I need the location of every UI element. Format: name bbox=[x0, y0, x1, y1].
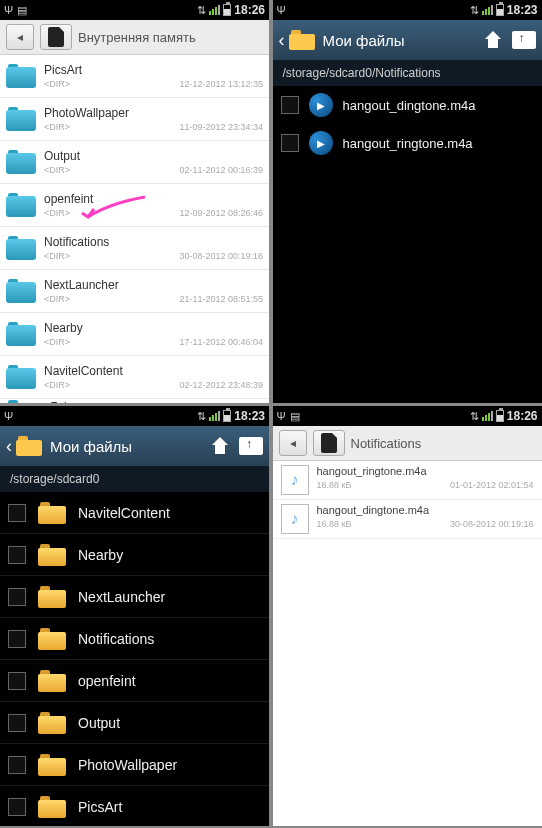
usb-icon: Ψ bbox=[4, 411, 13, 422]
music-note-icon bbox=[281, 504, 309, 534]
app-title: Мои файлы bbox=[50, 438, 132, 455]
file-name: hangout_ringtone.m4a bbox=[343, 136, 473, 151]
path-bar[interactable]: /storage/sdcard0 bbox=[0, 466, 269, 492]
folder-icon bbox=[6, 322, 36, 346]
list-item[interactable]: Output bbox=[0, 702, 269, 744]
folder-icon bbox=[6, 236, 36, 260]
item-ts: 11-09-2012 23:34:34 bbox=[179, 122, 263, 132]
item-name: PicsArt bbox=[78, 799, 122, 815]
file-ts: 01-01-2012 02:01:54 bbox=[450, 480, 534, 490]
list-item[interactable]: openfeint<DIR>12-09-2012 08:26:46 bbox=[0, 184, 269, 227]
item-name: Notifications bbox=[78, 631, 154, 647]
usb-icon: Ψ bbox=[277, 5, 286, 16]
status-bar: Ψ ⇅ 18:23 bbox=[0, 406, 269, 426]
list-item[interactable]: openfeint bbox=[0, 660, 269, 702]
checkbox[interactable] bbox=[8, 504, 26, 522]
item-name: PicsArt bbox=[44, 63, 263, 77]
checkbox[interactable] bbox=[281, 96, 299, 114]
home-button[interactable] bbox=[209, 437, 231, 455]
folder-icon bbox=[38, 670, 66, 692]
usb-icon: Ψ bbox=[4, 5, 13, 16]
list-item[interactable]: NavitelContent<DIR>02-12-2012 23:48:39 bbox=[0, 356, 269, 399]
item-dir: <DIR> bbox=[44, 337, 70, 347]
folder-list[interactable]: NavitelContent Nearby NextLauncher Notif… bbox=[0, 492, 269, 826]
item-dir: <DIR> bbox=[44, 79, 70, 89]
list-item[interactable]: hangout_ringtone.m4a bbox=[273, 124, 542, 162]
item-dir: <DIR> bbox=[44, 165, 70, 175]
folder-icon bbox=[6, 150, 36, 174]
list-item[interactable]: PhotoWallpaper<DIR>11-09-2012 23:34:34 bbox=[0, 98, 269, 141]
path-bar[interactable]: /storage/sdcard0/Notifications bbox=[273, 60, 542, 86]
item-ts: 17-11-2012 00:46:04 bbox=[179, 337, 263, 347]
music-note-icon bbox=[281, 465, 309, 495]
checkbox[interactable] bbox=[8, 756, 26, 774]
item-dir: <DIR> bbox=[44, 251, 70, 261]
list-item[interactable]: hangout_dingtone.m4a 16.88 кБ30-08-2012 … bbox=[273, 500, 542, 539]
checkbox[interactable] bbox=[281, 134, 299, 152]
status-time: 18:26 bbox=[234, 3, 265, 17]
list-item[interactable]: Nearby bbox=[0, 534, 269, 576]
file-name: hangout_dingtone.m4a bbox=[317, 504, 534, 516]
drive-button[interactable] bbox=[40, 24, 72, 50]
back-chevron-icon[interactable]: ‹ bbox=[279, 30, 285, 51]
battery-icon bbox=[223, 4, 231, 16]
back-button[interactable]: ◂ bbox=[6, 24, 34, 50]
folder-icon bbox=[38, 544, 66, 566]
toolbar: ‹ Мои файлы bbox=[273, 20, 542, 60]
list-item[interactable]: PhotoWallpaper bbox=[0, 744, 269, 786]
file-ts: 30-08-2012 00:19:16 bbox=[450, 519, 534, 529]
list-item[interactable]: PicsArt<DIR>12-12-2012 13:12:35 bbox=[0, 55, 269, 98]
item-name: n7player bbox=[44, 400, 263, 403]
item-name: Nearby bbox=[78, 547, 123, 563]
list-item[interactable]: Output<DIR>02-11-2012 00:16:39 bbox=[0, 141, 269, 184]
checkbox[interactable] bbox=[8, 798, 26, 816]
list-item[interactable]: NavitelContent bbox=[0, 492, 269, 534]
list-item[interactable]: hangout_dingtone.m4a bbox=[273, 86, 542, 124]
checkbox[interactable] bbox=[8, 630, 26, 648]
home-button[interactable] bbox=[482, 31, 504, 49]
list-item[interactable]: NextLauncher bbox=[0, 576, 269, 618]
item-name: Output bbox=[44, 149, 263, 163]
checkbox[interactable] bbox=[8, 588, 26, 606]
status-time: 18:23 bbox=[234, 409, 265, 423]
folder-icon bbox=[6, 400, 36, 403]
up-button[interactable] bbox=[512, 31, 536, 49]
wifi-icon: ⇅ bbox=[197, 411, 206, 422]
list-item[interactable]: n7player bbox=[0, 399, 269, 403]
wifi-icon: ⇅ bbox=[197, 5, 206, 16]
pane-myfiles-notifications: Ψ ⇅ 18:23 ‹ Мои файлы /storage/sdcard0/N… bbox=[273, 0, 542, 403]
item-name: Nearby bbox=[44, 321, 263, 335]
list-item[interactable]: Notifications bbox=[0, 618, 269, 660]
usb-icon: Ψ bbox=[277, 411, 286, 422]
list-item[interactable]: Notifications<DIR>30-08-2012 00:19:16 bbox=[0, 227, 269, 270]
checkbox[interactable] bbox=[8, 546, 26, 564]
list-item[interactable]: hangout_ringtone.m4a 16.88 кБ01-01-2012 … bbox=[273, 461, 542, 500]
back-chevron-icon[interactable]: ‹ bbox=[6, 436, 12, 457]
checkbox[interactable] bbox=[8, 714, 26, 732]
list-item[interactable]: NextLauncher<DIR>21-11-2012 08:51:55 bbox=[0, 270, 269, 313]
folder-icon bbox=[38, 586, 66, 608]
up-button[interactable] bbox=[239, 437, 263, 455]
item-name: openfeint bbox=[78, 673, 136, 689]
list-item[interactable]: PicsArt bbox=[0, 786, 269, 826]
drive-button[interactable] bbox=[313, 430, 345, 456]
folder-icon bbox=[6, 193, 36, 217]
item-name: openfeint bbox=[44, 192, 263, 206]
folder-icon bbox=[38, 796, 66, 818]
signal-icon bbox=[482, 411, 493, 421]
file-list[interactable]: hangout_dingtone.m4a hangout_ringtone.m4… bbox=[273, 86, 542, 403]
folder-list[interactable]: PicsArt<DIR>12-12-2012 13:12:35 PhotoWal… bbox=[0, 55, 269, 403]
item-name: NextLauncher bbox=[44, 278, 263, 292]
status-bar: Ψ ⇅ 18:23 bbox=[273, 0, 542, 20]
checkbox[interactable] bbox=[8, 672, 26, 690]
file-list[interactable]: hangout_ringtone.m4a 16.88 кБ01-01-2012 … bbox=[273, 461, 542, 826]
audio-icon bbox=[309, 131, 333, 155]
battery-icon bbox=[496, 410, 504, 422]
signal-icon bbox=[209, 5, 220, 15]
status-time: 18:23 bbox=[507, 3, 538, 17]
item-ts: 21-11-2012 08:51:55 bbox=[179, 294, 263, 304]
back-button[interactable]: ◂ bbox=[279, 430, 307, 456]
list-item[interactable]: Nearby<DIR>17-11-2012 00:46:04 bbox=[0, 313, 269, 356]
item-ts: 02-11-2012 00:16:39 bbox=[179, 165, 263, 175]
audio-icon bbox=[309, 93, 333, 117]
